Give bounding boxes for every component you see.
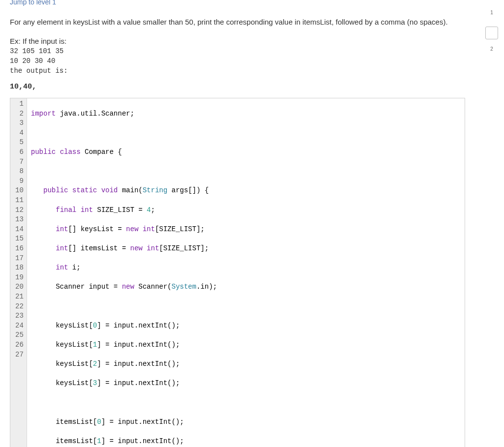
- line-number: 16: [15, 244, 24, 254]
- example-input-line-2: 10 20 30 40: [10, 56, 465, 66]
- example-input-line-1: 32 105 101 35: [10, 46, 465, 56]
- rail-item-2[interactable]: [485, 27, 498, 39]
- kw-import: import: [31, 110, 56, 118]
- rail-item-2-label: 2: [485, 42, 498, 55]
- line-number: 11: [15, 196, 24, 206]
- line-number: 14: [15, 225, 24, 235]
- line-number: 13: [15, 215, 24, 225]
- line-number: 12: [15, 206, 24, 215]
- line-number: 20: [15, 282, 24, 292]
- line-number: 1: [15, 99, 24, 109]
- code-editor[interactable]: 1234567891011121314151617181920212223242…: [10, 98, 465, 447]
- output-value: 10,40,: [10, 83, 465, 91]
- line-number: 25: [15, 330, 24, 340]
- example-intro: Ex: If the input is:: [10, 37, 465, 45]
- line-number: 24: [15, 321, 24, 331]
- line-number: 22: [15, 302, 24, 312]
- line-number: 3: [15, 119, 24, 128]
- line-number: 27: [15, 350, 24, 360]
- output-label: the output is:: [10, 67, 465, 75]
- line-number: 4: [15, 128, 24, 138]
- line-gutter: 1234567891011121314151617181920212223242…: [10, 98, 27, 447]
- code-area[interactable]: import java.util.Scanner; public class C…: [27, 98, 465, 447]
- line-number: 6: [15, 148, 24, 157]
- problem-statement: For any element in keysList with a value…: [10, 17, 465, 28]
- rail-item-1[interactable]: 1: [485, 6, 498, 19]
- line-number: 9: [15, 177, 24, 186]
- line-number: 23: [15, 311, 24, 321]
- jump-link-row: Jump to level 1: [10, 0, 465, 6]
- line-number: 18: [15, 263, 24, 273]
- right-rail: 1 2: [485, 6, 498, 55]
- line-number: 21: [15, 292, 24, 302]
- line-number: 8: [15, 167, 24, 177]
- line-number: 19: [15, 273, 24, 283]
- line-number: 2: [15, 109, 24, 119]
- line-number: 15: [15, 234, 24, 244]
- jump-to-level-link[interactable]: Jump to level 1: [10, 0, 56, 6]
- line-number: 26: [15, 340, 24, 350]
- line-number: 17: [15, 254, 24, 264]
- line-number: 10: [15, 186, 24, 196]
- line-number: 7: [15, 157, 24, 167]
- line-number: 5: [15, 138, 24, 148]
